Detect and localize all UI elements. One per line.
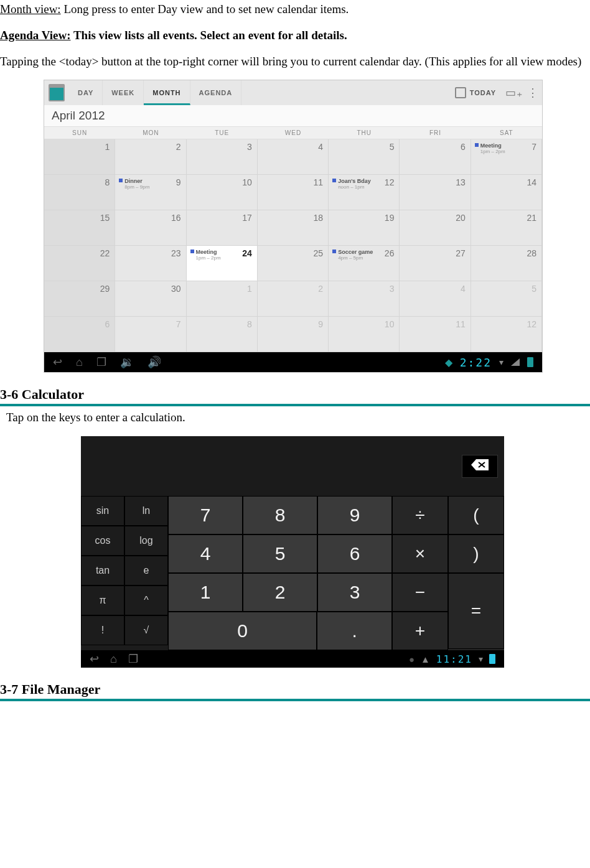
- calendar-day-cell[interactable]: 20: [400, 210, 471, 246]
- num-key-2[interactable]: 2: [243, 573, 317, 612]
- home-icon[interactable]: ⌂: [110, 653, 117, 666]
- calendar-day-cell[interactable]: 27: [400, 246, 471, 281]
- divide-key[interactable]: ÷: [392, 496, 448, 534]
- calendar-day-cell[interactable]: 7Meeting1pm – 2pm: [471, 139, 542, 175]
- calendar-day-cell[interactable]: 1: [44, 139, 115, 175]
- system-navbar: ↩ ⌂ ❐ ● ▲ 11:21 ▾: [81, 650, 504, 668]
- calendar-day-cell[interactable]: 2: [115, 139, 186, 175]
- tab-month[interactable]: MONTH: [144, 80, 190, 105]
- minus-key[interactable]: −: [392, 573, 448, 612]
- back-icon[interactable]: ↩: [53, 355, 62, 369]
- calendar-day-cell[interactable]: 22: [44, 246, 115, 281]
- num-key-1[interactable]: 1: [168, 573, 243, 612]
- calendar-day-cell[interactable]: 14: [471, 175, 542, 210]
- sci-key-sin[interactable]: sin: [81, 496, 124, 526]
- calendar-day-cell[interactable]: 9Dinner8pm – 9pm: [115, 175, 186, 210]
- plus-key[interactable]: +: [392, 612, 448, 650]
- calendar-day-cell[interactable]: 5: [471, 281, 542, 317]
- sci-key-^[interactable]: ^: [124, 586, 168, 615]
- scientific-keypad: sinlncoslogtaneπ^!√: [81, 496, 168, 650]
- calendar-day-cell[interactable]: 10: [187, 175, 258, 210]
- calendar-day-cell[interactable]: 8: [44, 175, 115, 210]
- calendar-day-cell[interactable]: 21: [471, 210, 542, 246]
- sci-key-![interactable]: !: [81, 615, 124, 645]
- sci-key-π[interactable]: π: [81, 586, 124, 615]
- calendar-day-cell[interactable]: 30: [115, 281, 186, 317]
- num-key-0[interactable]: 0: [168, 612, 317, 650]
- calendar-event[interactable]: Meeting1pm – 2pm: [475, 142, 538, 154]
- volume-up-icon[interactable]: 🔊: [148, 355, 161, 369]
- calendar-day-cell[interactable]: 5: [329, 139, 400, 175]
- volume-down-icon[interactable]: 🔉: [120, 355, 134, 369]
- today-icon: [455, 87, 466, 98]
- calendar-day-cell[interactable]: 10: [329, 317, 400, 352]
- calendar-day-cell[interactable]: 24Meeting1pm – 2pm: [187, 246, 258, 281]
- sci-key-e[interactable]: e: [124, 556, 168, 586]
- tab-day[interactable]: DAY: [69, 80, 103, 105]
- calendar-day-cell[interactable]: 3: [187, 139, 258, 175]
- calendar-day-cell[interactable]: 4: [258, 139, 329, 175]
- calendar-day-cell[interactable]: 12: [471, 317, 542, 352]
- calendar-day-cell[interactable]: 12Joan's Bdaynoon – 1pm: [329, 175, 400, 210]
- recent-apps-icon[interactable]: ❐: [96, 355, 106, 369]
- calendar-day-cell[interactable]: 6: [44, 317, 115, 352]
- day-number: 10: [242, 177, 252, 187]
- num-key-3[interactable]: 3: [317, 573, 392, 612]
- num-key-8[interactable]: 8: [243, 496, 317, 534]
- num-key-9[interactable]: 9: [317, 496, 392, 534]
- today-button[interactable]: TODAY: [455, 87, 505, 98]
- calendar-day-cell[interactable]: 17: [187, 210, 258, 246]
- calendar-day-cell[interactable]: 4: [400, 281, 471, 317]
- calendar-event[interactable]: Dinner8pm – 9pm: [119, 178, 182, 190]
- calendar-day-cell[interactable]: 1: [187, 281, 258, 317]
- calendar-day-cell[interactable]: 28: [471, 246, 542, 281]
- backspace-button[interactable]: [462, 455, 498, 478]
- calendar-day-cell[interactable]: 23: [115, 246, 186, 281]
- multiply-key[interactable]: ×: [392, 534, 448, 573]
- tab-agenda[interactable]: AGENDA: [190, 80, 242, 105]
- calendar-day-cell[interactable]: 8: [187, 317, 258, 352]
- recent-apps-icon[interactable]: ❐: [128, 652, 138, 666]
- calendar-day-cell[interactable]: 19: [329, 210, 400, 246]
- calendar-day-cell[interactable]: 7: [115, 317, 186, 352]
- calendar-day-cell[interactable]: 15: [44, 210, 115, 246]
- num-key-4[interactable]: 4: [168, 534, 243, 573]
- calendar-day-cell[interactable]: 2: [258, 281, 329, 317]
- back-icon[interactable]: ↩: [90, 652, 99, 666]
- calculator-display: [81, 436, 504, 496]
- close-paren-key[interactable]: ): [448, 534, 504, 573]
- sci-key-log[interactable]: log: [124, 526, 168, 556]
- home-icon[interactable]: ⌂: [76, 356, 83, 369]
- open-paren-key[interactable]: (: [448, 496, 504, 534]
- calendar-day-cell[interactable]: 13: [400, 175, 471, 210]
- calendar-app-icon[interactable]: [44, 84, 69, 101]
- equals-key[interactable]: =: [448, 573, 504, 649]
- battery-icon: [489, 654, 495, 664]
- calendar-day-cell[interactable]: 18: [258, 210, 329, 246]
- num-key-.[interactable]: .: [317, 612, 392, 650]
- calendar-day-cell[interactable]: 29: [44, 281, 115, 317]
- day-number: 16: [171, 213, 181, 223]
- overflow-menu-icon[interactable]: ⋮: [523, 86, 542, 100]
- new-event-icon[interactable]: ▭₊: [505, 86, 523, 100]
- num-key-7[interactable]: 7: [168, 496, 243, 534]
- sci-key-ln[interactable]: ln: [124, 496, 168, 526]
- tab-week[interactable]: WEEK: [103, 80, 144, 105]
- day-number: 1: [105, 142, 110, 152]
- calendar-day-cell[interactable]: 11: [400, 317, 471, 352]
- calendar-day-cell[interactable]: 3: [329, 281, 400, 317]
- calendar-day-cell[interactable]: 26Soccer game4pm – 5pm: [329, 246, 400, 281]
- sci-key-cos[interactable]: cos: [81, 526, 124, 556]
- sci-key-tan[interactable]: tan: [81, 556, 124, 586]
- status-time: 2:22: [460, 356, 492, 369]
- sci-key-√[interactable]: √: [124, 615, 168, 645]
- num-key-6[interactable]: 6: [317, 534, 392, 573]
- calendar-day-cell[interactable]: 16: [115, 210, 186, 246]
- num-key-5[interactable]: 5: [243, 534, 317, 573]
- dow-header: THU: [329, 127, 400, 139]
- calendar-day-cell[interactable]: 11: [258, 175, 329, 210]
- calendar-day-cell[interactable]: 25: [258, 246, 329, 281]
- calendar-grid[interactable]: SUNMONTUEWEDTHUFRISAT1234567Meeting1pm –…: [44, 127, 542, 352]
- calendar-day-cell[interactable]: 6: [400, 139, 471, 175]
- calendar-day-cell[interactable]: 9: [258, 317, 329, 352]
